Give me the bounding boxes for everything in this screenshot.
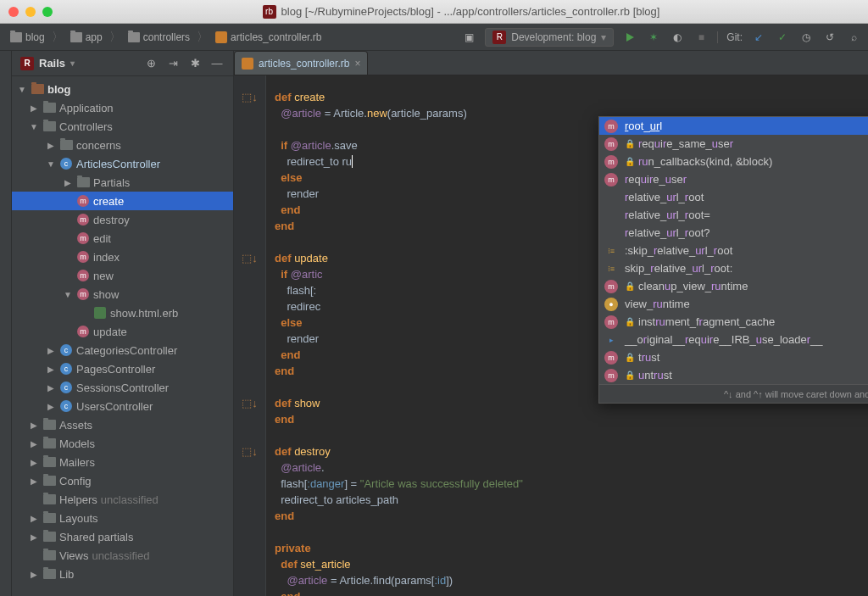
tree-node-lib[interactable]: ▶Lib [12, 565, 233, 583]
tree-node-shared[interactable]: ▶Shared partials [12, 527, 233, 546]
completion-item-name: cleanup_view_runtime [638, 280, 868, 292]
breadcrumb-app[interactable]: app [67, 30, 106, 45]
completion-item[interactable]: ⁝≡skip_relative_url_root: [599, 259, 868, 277]
item-icon [604, 209, 618, 222]
debug-button[interactable]: ✶ [646, 30, 661, 45]
completion-item-name: untrust [638, 369, 868, 382]
tree-node-controllers[interactable]: ▼Controllers [12, 117, 233, 136]
hide-button[interactable]: — [209, 56, 225, 71]
editor-tab-articles-controller[interactable]: articles_controller.rb × [234, 51, 368, 75]
tools-button[interactable]: ▣ [461, 30, 476, 45]
item-icon [604, 226, 618, 240]
tree-node-assets[interactable]: ▶Assets [12, 415, 233, 434]
completion-item[interactable]: m🔒run_callbacks(kind, &block)ActiveSuppo… [599, 153, 868, 170]
completion-item[interactable]: relative_url_rootincluded in AbstractCon… [599, 188, 868, 206]
left-stripe[interactable] [0, 51, 12, 596]
tree-node-new[interactable]: mnew [12, 266, 233, 285]
git-update-button[interactable]: ↙ [751, 30, 766, 45]
completion-item-name: :skip_relative_url_root [625, 244, 868, 257]
collapse-all-button[interactable]: ⇥ [165, 56, 181, 71]
git-history-button[interactable]: ◷ [798, 30, 814, 45]
close-tab-icon[interactable]: × [354, 58, 360, 70]
minimize-window-button[interactable] [25, 7, 36, 17]
tree-node-models[interactable]: ▶Models [12, 434, 233, 453]
completion-item[interactable]: ⁝≡:skip_relative_url_root [599, 242, 868, 259]
editor-tab-bar: articles_controller.rb × [234, 51, 868, 75]
folder-icon [10, 32, 22, 42]
completion-item[interactable]: relative_url_root?included in AbstractCo… [599, 224, 868, 242]
tree-node-show[interactable]: ▼mshow [12, 285, 233, 304]
titlebar: rb blog [~/RubymineProjects/blog] - .../… [0, 0, 868, 24]
tree-node-pages[interactable]: ▶cPagesController [12, 359, 233, 378]
method-icon: m [604, 120, 618, 133]
completion-item-name: relative_url_root [625, 191, 868, 203]
window-title: rb blog [~/RubymineProjects/blog] - .../… [63, 5, 860, 19]
completion-item[interactable]: m🔒trustObject [599, 348, 868, 366]
project-view-selector[interactable]: R Rails ▾ [20, 57, 75, 70]
coverage-button[interactable]: ◐ [670, 30, 685, 45]
tree-node-show-erb[interactable]: show.html.erb [12, 304, 233, 322]
tree-node-index[interactable]: mindex [12, 248, 233, 266]
completion-hint: ^↓ and ^↑ will move caret down and up in… [724, 389, 868, 399]
tree-node-categories[interactable]: ▶cCategoriesController [12, 341, 233, 359]
settings-button[interactable]: ✱ [187, 56, 203, 71]
close-window-button[interactable] [8, 7, 19, 17]
breadcrumb-controllers[interactable]: controllers [125, 30, 193, 45]
play-icon [626, 33, 634, 42]
tree-node-views[interactable]: Viewsunclassified [12, 546, 233, 565]
method-marker-icon[interactable]: ⬚↓ [234, 395, 265, 411]
zoom-window-button[interactable] [42, 7, 53, 17]
tree-node-destroy[interactable]: mdestroy [12, 210, 233, 229]
completion-item-name: trust [638, 351, 868, 364]
tree-node-blog[interactable]: ▼blog [12, 80, 233, 98]
method-marker-icon[interactable]: ⬚↓ [234, 443, 265, 460]
completion-item[interactable]: relative_url_root=included in AbstractCo… [599, 206, 868, 224]
tree-node-layouts[interactable]: ▶Layouts [12, 509, 233, 527]
tree-node-create[interactable]: mcreate [12, 192, 233, 210]
completion-item-name: run_callbacks(kind, &block) [638, 155, 868, 168]
completion-item[interactable]: mrequire_userApplicationController [599, 170, 868, 188]
editor-gutter[interactable]: ⬚↓ ⬚↓ ⬚↓ ⬚↓ [234, 75, 266, 596]
completion-item[interactable]: m🔒instrument_fragment_cacheActionControl… [599, 313, 868, 331]
completion-item[interactable]: mroot_urlArticlesController [599, 117, 868, 135]
tree-node-update[interactable]: mupdate [12, 322, 233, 341]
tab-label: articles_controller.rb [259, 58, 349, 70]
completion-item[interactable]: m🔒require_same_userArticlesController [599, 135, 868, 153]
tree-node-sessions[interactable]: ▶cSessionsController [12, 378, 233, 397]
tree-node-config[interactable]: ▶Config [12, 471, 233, 490]
method-marker-icon[interactable]: ⬚↓ [234, 250, 265, 266]
method-marker-icon[interactable]: ⬚↓ [234, 89, 265, 105]
completion-item-name: skip_relative_url_root: [625, 262, 868, 275]
completion-item[interactable]: ●view_runtimeActionController::Instrumen… [599, 295, 868, 313]
completion-item[interactable]: m🔒untrustObject [599, 366, 868, 384]
code-completion-popup: mroot_urlArticlesControllerm🔒require_sam… [598, 116, 868, 404]
method-icon: m [604, 315, 618, 329]
lock-icon: 🔒 [625, 157, 635, 166]
search-everywhere-button[interactable]: ⌕ [846, 30, 861, 45]
method-icon: m [604, 155, 618, 169]
tree-node-helpers[interactable]: Helpersunclassified [12, 490, 233, 509]
tree-node-concerns[interactable]: ▶concerns [12, 136, 233, 154]
project-tree[interactable]: ▼blog ▶Application ▼Controllers ▶concern… [12, 76, 233, 596]
completion-item-name: relative_url_root? [625, 226, 868, 239]
completion-footer: ^↓ and ^↑ will move caret down and up in… [599, 384, 868, 403]
tree-node-application[interactable]: ▶Application [12, 98, 233, 117]
completion-item[interactable]: ▸__original__require__IRB_use_loader__Ob… [599, 331, 868, 348]
tree-node-partials[interactable]: ▶Partials [12, 173, 233, 192]
rails-icon: R [492, 31, 506, 44]
git-revert-button[interactable]: ↺ [822, 30, 837, 45]
run-button[interactable] [622, 30, 637, 45]
breadcrumb-file[interactable]: articles_controller.rb [212, 30, 325, 45]
tree-node-users[interactable]: ▶cUsersController [12, 397, 233, 415]
tree-node-articles-controller[interactable]: ▼cArticlesController [12, 154, 233, 173]
tree-node-edit[interactable]: medit [12, 229, 233, 248]
git-commit-button[interactable]: ✓ [775, 30, 790, 45]
run-config-selector[interactable]: R Development: blog ▾ [485, 28, 614, 47]
scroll-from-source-button[interactable]: ⊕ [143, 56, 159, 71]
stop-button[interactable]: ■ [693, 30, 709, 45]
breadcrumb-blog[interactable]: blog [7, 30, 48, 45]
chevron-right-icon: 〉 [52, 30, 64, 45]
completion-item-name: relative_url_root= [625, 209, 868, 221]
tree-node-mailers[interactable]: ▶Mailers [12, 453, 233, 471]
completion-item[interactable]: m🔒cleanup_view_runtimeActionController::… [599, 277, 868, 295]
